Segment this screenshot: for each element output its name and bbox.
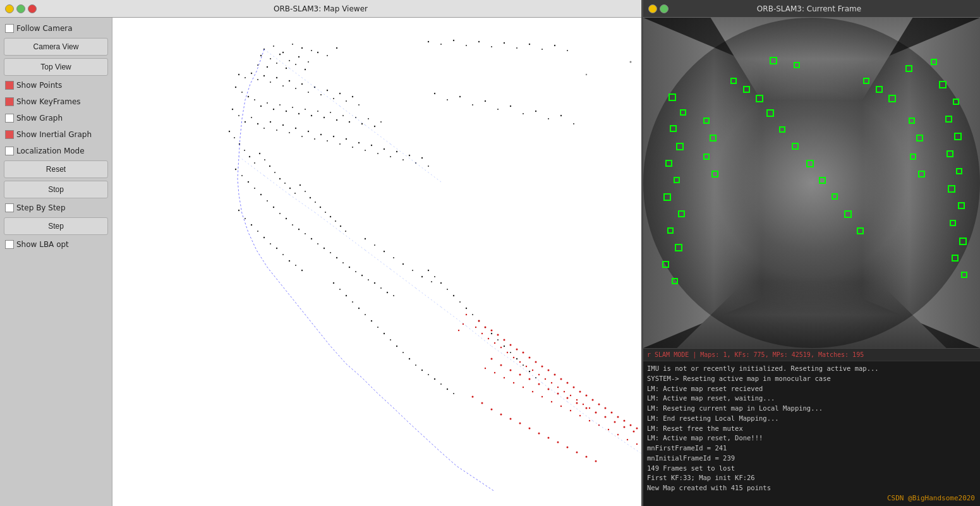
follow-camera-checkbox[interactable] — [5, 24, 14, 33]
step-by-step-row[interactable]: Step By Step — [4, 201, 108, 215]
stop-button[interactable]: Stop — [4, 181, 108, 198]
show-points-checkbox[interactable] — [5, 81, 14, 90]
svg-point-285 — [586, 407, 588, 409]
feature-point — [832, 193, 838, 200]
svg-point-80 — [320, 134, 322, 135]
show-keyframes-row[interactable]: Show KeyFrames — [4, 95, 108, 109]
svg-point-158 — [554, 45, 555, 46]
localization-mode-checkbox[interactable] — [5, 147, 14, 155]
reset-button[interactable]: Reset — [4, 160, 108, 178]
show-lba-opt-row[interactable]: Show LBA opt — [4, 238, 108, 251]
step-by-step-checkbox[interactable] — [5, 203, 14, 212]
svg-point-127 — [267, 200, 268, 202]
show-points-row[interactable]: Show Points — [4, 78, 108, 92]
show-lba-opt-checkbox[interactable] — [5, 240, 14, 249]
show-inertial-graph-checkbox[interactable] — [5, 130, 14, 139]
feature-point — [680, 109, 686, 116]
svg-point-302 — [551, 401, 552, 402]
svg-point-169 — [548, 118, 549, 119]
follow-camera-row[interactable]: Follow Camera — [4, 21, 108, 35]
svg-point-163 — [472, 104, 473, 105]
camera-view-button[interactable]: Camera View — [4, 38, 108, 56]
svg-point-325 — [595, 461, 597, 462]
svg-point-104 — [259, 153, 260, 154]
cf-minimize-button[interactable] — [648, 4, 657, 13]
svg-point-13 — [317, 52, 318, 53]
svg-point-290 — [633, 431, 635, 433]
feature-point — [931, 59, 937, 65]
feature-point — [806, 160, 814, 167]
svg-point-130 — [286, 218, 287, 219]
step-button[interactable]: Step — [4, 217, 108, 235]
svg-point-89 — [377, 153, 378, 154]
svg-point-116 — [320, 207, 321, 208]
svg-point-168 — [535, 111, 536, 112]
show-graph-row[interactable]: Show Graph — [4, 111, 108, 125]
show-keyframes-checkbox[interactable] — [5, 97, 14, 106]
svg-point-243 — [567, 382, 569, 384]
svg-point-40 — [352, 96, 353, 97]
svg-point-88 — [371, 145, 372, 146]
svg-point-78 — [308, 131, 309, 132]
svg-point-56 — [324, 117, 325, 118]
svg-point-245 — [579, 391, 581, 393]
svg-point-134 — [311, 238, 312, 239]
svg-point-204 — [371, 320, 372, 322]
feature-point — [909, 117, 915, 124]
svg-point-175 — [447, 289, 448, 290]
top-view-button[interactable]: Top View — [4, 58, 108, 76]
svg-point-162 — [459, 96, 461, 97]
feature-point — [857, 227, 864, 234]
cf-maximize-button[interactable] — [660, 4, 668, 13]
svg-point-305 — [579, 415, 581, 416]
svg-point-110 — [289, 188, 291, 189]
svg-point-183 — [497, 339, 499, 340]
maximize-button[interactable] — [16, 4, 25, 13]
feature-point — [876, 86, 883, 93]
svg-point-363 — [586, 74, 587, 75]
svg-point-32 — [301, 83, 303, 85]
svg-point-248 — [598, 404, 600, 406]
svg-point-208 — [396, 346, 397, 347]
close-button[interactable] — [28, 4, 37, 13]
svg-point-49 — [279, 104, 281, 105]
svg-point-53 — [305, 109, 306, 110]
svg-point-283 — [567, 397, 569, 399]
svg-point-132 — [298, 229, 299, 230]
follow-camera-label: Follow Camera — [16, 24, 73, 33]
show-lba-opt-label: Show LBA opt — [16, 240, 69, 249]
svg-point-308 — [608, 429, 609, 430]
current-frame-window: ORB-SLAM3: Current Frame — [643, 0, 980, 506]
svg-point-217 — [453, 393, 454, 394]
svg-point-203 — [365, 314, 366, 315]
svg-point-199 — [339, 289, 341, 290]
svg-point-166 — [510, 105, 511, 107]
show-inertial-graph-row[interactable]: Show Inertial Graph — [4, 128, 108, 142]
map-canvas[interactable] — [112, 18, 641, 506]
svg-point-309 — [617, 434, 619, 435]
svg-point-172 — [428, 270, 429, 271]
svg-point-135 — [317, 243, 318, 244]
feature-point — [950, 220, 956, 226]
minimize-button[interactable] — [5, 4, 14, 13]
show-keyframes-label: Show KeyFrames — [16, 97, 81, 106]
svg-point-146 — [387, 292, 388, 293]
svg-point-115 — [315, 202, 316, 203]
svg-point-262 — [519, 361, 521, 363]
svg-point-277 — [510, 370, 512, 371]
svg-point-8 — [270, 58, 271, 59]
svg-point-124 — [248, 181, 249, 183]
svg-point-63 — [368, 118, 369, 119]
svg-point-278 — [519, 374, 521, 376]
show-graph-checkbox[interactable] — [5, 114, 14, 123]
svg-point-252 — [624, 420, 626, 422]
svg-point-29 — [282, 85, 284, 87]
svg-point-320 — [548, 437, 550, 439]
localization-mode-row[interactable]: Localization Mode — [4, 144, 108, 158]
svg-point-103 — [254, 162, 255, 164]
svg-point-161 — [447, 99, 448, 100]
feature-point — [863, 78, 869, 84]
log-line: mnInitialFrameId = 239 — [647, 454, 976, 464]
svg-point-247 — [592, 399, 594, 401]
svg-point-12 — [308, 61, 309, 63]
